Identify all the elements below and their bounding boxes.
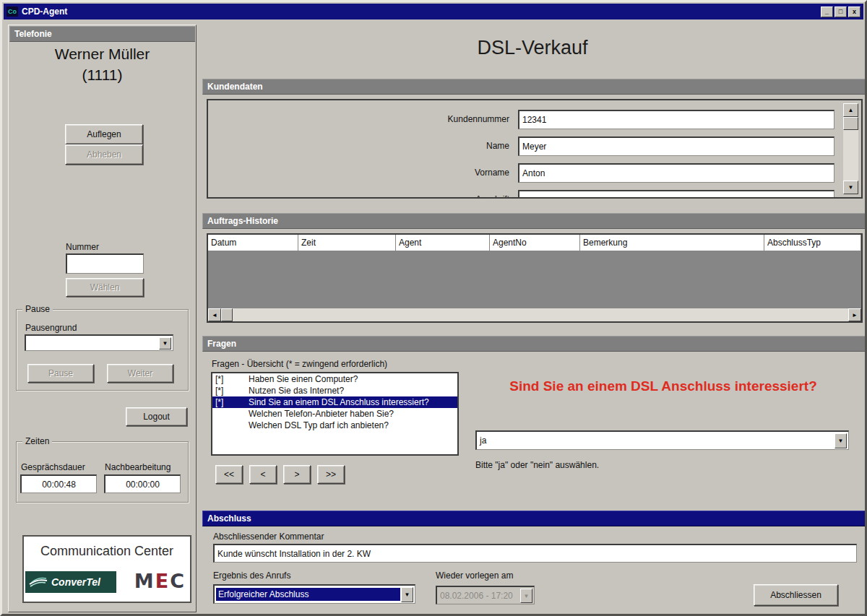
telefonie-panel: Telefonie Werner Müller (1111) Auflegen … xyxy=(8,25,197,612)
minimize-button[interactable]: _ xyxy=(821,6,833,17)
agent-extension: (1111) xyxy=(9,66,196,84)
historie-table-header-row: DatumZeitAgentAgentNoBemerkungAbschlussT… xyxy=(208,235,861,251)
kundendaten-panel: KundennummerNameVornameAnschrift ▲ ▼ xyxy=(207,99,863,199)
wiedervorlage-value: 08.02.2006 - 17:20 xyxy=(440,591,513,601)
convertel-logo: ConverTel xyxy=(25,571,116,593)
scroll-up-button[interactable]: ▲ xyxy=(843,103,858,117)
pause-group: Pause Pausengrund ▼ Pause Weiter xyxy=(16,309,189,391)
kommentar-input[interactable] xyxy=(213,544,857,563)
pause-button[interactable]: Pause xyxy=(27,364,94,383)
scroll-left-button[interactable]: ◄ xyxy=(208,308,221,321)
abheben-button[interactable]: Abheben xyxy=(65,144,143,165)
fragen-item-text: Sind Sie an einem DSL Anschluss interess… xyxy=(249,396,429,408)
kundendaten-field-input[interactable] xyxy=(518,163,834,183)
answer-dropdown-arrow[interactable]: ▼ xyxy=(834,433,847,448)
historie-table-body xyxy=(208,251,861,308)
answer-hint: Bitte "ja" oder "nein" auswählen. xyxy=(475,460,599,470)
convertel-swoosh-icon xyxy=(28,576,50,589)
title-bar[interactable]: Co CPD-Agent _ □ x xyxy=(4,4,863,19)
weiter-button[interactable]: Weiter xyxy=(107,364,173,383)
first-question-button[interactable]: << xyxy=(215,465,243,484)
ergebnis-combobox[interactable]: Erfolgreicher Abschluss ▼ xyxy=(213,584,415,604)
waehlen-button[interactable]: Wählen xyxy=(66,278,144,297)
auflegen-button[interactable]: Auflegen xyxy=(65,124,143,144)
historie-column-header[interactable]: Datum xyxy=(208,235,298,251)
kundendaten-header-label: Kundendaten xyxy=(207,82,263,92)
company-logo: Communication Center ConverTel MEC xyxy=(22,535,191,603)
fragen-listbox[interactable]: [*]Haben Sie einen Computer?[*]Nutzen Si… xyxy=(211,372,459,456)
kundendaten-field-input[interactable] xyxy=(518,110,834,129)
kundendaten-field-input[interactable] xyxy=(518,190,834,199)
fragen-item-text: Haben Sie einen Computer? xyxy=(249,373,358,385)
wiedervorlage-combobox: 08.02.2006 - 17:20 ▼ xyxy=(436,586,535,604)
historie-column-header[interactable]: Zeit xyxy=(298,235,396,251)
next-question-button[interactable]: > xyxy=(283,465,311,484)
fragen-item-required-marker xyxy=(212,420,249,431)
gespraechsdauer-value: 00:00:48 xyxy=(20,474,97,493)
fragen-item-required-marker: [*] xyxy=(212,396,249,408)
logo-title: Communication Center xyxy=(24,544,190,559)
fragen-item-required-marker: [*] xyxy=(212,385,249,396)
fragen-item-text: Welchen DSL Typ darf ich anbieten? xyxy=(249,420,389,431)
scroll-right-button[interactable]: ► xyxy=(848,308,861,321)
mec-logo: MEC xyxy=(134,570,186,592)
prev-question-button[interactable]: < xyxy=(249,465,277,484)
kommentar-label: Abschliessender Kommentar xyxy=(213,532,324,542)
telefonie-header-label: Telefonie xyxy=(14,29,52,39)
window-title: CPD-Agent xyxy=(22,6,67,17)
gespraechsdauer-label: Gesprächsdauer xyxy=(21,462,85,472)
kundendaten-scrollbar[interactable]: ▲ ▼ xyxy=(843,103,858,194)
kundendaten-field-input[interactable] xyxy=(518,136,834,156)
kundendaten-field-label: Name xyxy=(322,141,509,151)
logout-button[interactable]: Logout xyxy=(126,407,187,426)
app-window: Co CPD-Agent _ □ x Telefonie Werner Müll… xyxy=(0,0,867,616)
answer-combobox[interactable]: ja ▼ xyxy=(475,430,849,450)
scroll-down-button[interactable]: ▼ xyxy=(843,181,858,194)
historie-header: Auftrags-Historie xyxy=(202,213,866,229)
kundendaten-field-label: Kundennummer xyxy=(322,114,509,124)
zeiten-group: Zeiten Gesprächsdauer Nachbearbeitung 00… xyxy=(16,441,189,503)
close-button[interactable]: x xyxy=(848,6,860,17)
last-question-button[interactable]: >> xyxy=(317,465,345,484)
abschluss-header-label: Abschluss xyxy=(207,513,251,524)
maximize-button[interactable]: □ xyxy=(834,6,847,17)
fragen-header-label: Fragen xyxy=(207,339,236,349)
pausengrund-dropdown-arrow[interactable]: ▼ xyxy=(159,337,171,350)
page-title: DSL-Verkauf xyxy=(199,37,866,59)
fragen-list-item[interactable]: [*]Haben Sie einen Computer? xyxy=(212,373,457,385)
ergebnis-dropdown-arrow[interactable]: ▼ xyxy=(401,587,413,602)
historie-column-header[interactable]: AbschlussTyp xyxy=(764,235,861,251)
historie-table: DatumZeitAgentAgentNoBemerkungAbschlussT… xyxy=(207,233,863,323)
convertel-wordmark: ConverTel xyxy=(51,576,100,588)
nachbearbeitung-value: 00:00:00 xyxy=(104,474,181,493)
historie-column-header[interactable]: AgentNo xyxy=(490,235,580,251)
fragen-item-required-marker: [*] xyxy=(212,373,249,385)
nachbearbeitung-label: Nachbearbeitung xyxy=(105,462,171,472)
fragen-list-item[interactable]: [*]Nutzen Sie das Internet? xyxy=(212,385,457,396)
scroll-thumb[interactable] xyxy=(843,117,858,130)
pausengrund-label: Pausengrund xyxy=(25,323,77,333)
agent-name: Werner Müller xyxy=(9,45,196,63)
nummer-input[interactable] xyxy=(66,253,144,274)
kundendaten-field-label: Anschrift xyxy=(322,194,509,199)
fragen-item-text: Nutzen Sie das Internet? xyxy=(249,385,344,396)
fragen-list-item[interactable]: [*]Sind Sie an einem DSL Anschluss inter… xyxy=(212,396,457,408)
app-icon: Co xyxy=(7,6,18,17)
fragen-list-item[interactable]: Welchen Telefon-Anbieter haben Sie? xyxy=(212,408,457,420)
historie-column-header[interactable]: Bemerkung xyxy=(580,235,764,251)
kundendaten-field-label: Vorname xyxy=(322,168,509,178)
fragen-list-item[interactable]: Welchen DSL Typ darf ich anbieten? xyxy=(212,420,457,431)
scroll-thumb-horizontal[interactable] xyxy=(221,308,233,321)
abschliessen-button[interactable]: Abschliessen xyxy=(754,584,838,606)
abschluss-header: Abschluss xyxy=(202,511,866,526)
fragen-item-text: Welchen Telefon-Anbieter haben Sie? xyxy=(249,408,394,420)
pausengrund-combobox[interactable]: ▼ xyxy=(25,334,173,351)
current-question: Sind Sie an einem DSL Anschluss interess… xyxy=(472,378,855,394)
historie-column-header[interactable]: Agent xyxy=(396,235,490,251)
zeiten-group-label: Zeiten xyxy=(22,436,52,446)
wiedervorlage-label: Wieder vorlegen am xyxy=(436,571,513,581)
nummer-label: Nummer xyxy=(66,242,99,252)
historie-scrollbar[interactable]: ◄ ► xyxy=(208,308,861,321)
kundendaten-header: Kundendaten xyxy=(202,79,866,95)
fragen-overview-label: Fragen - Übersicht (* = zwingend erforde… xyxy=(212,359,387,369)
